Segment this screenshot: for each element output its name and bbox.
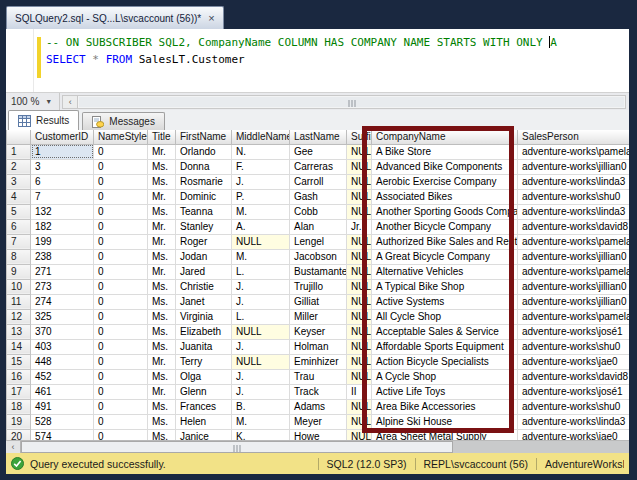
cell[interactable]: adventure-works\david8 — [518, 369, 630, 384]
cell[interactable]: Advanced Bike Components — [372, 159, 518, 174]
document-tab[interactable]: SQLQuery2.sql - SQ...L\svcaccount (56))*… — [6, 6, 224, 29]
cell[interactable]: Adams — [290, 399, 347, 414]
cell[interactable]: J. — [232, 279, 290, 294]
cell[interactable]: Area Bike Accessories — [372, 399, 518, 414]
cell[interactable]: 0 — [94, 399, 148, 414]
column-header-middlename[interactable]: MiddleName — [232, 130, 290, 144]
cell[interactable]: 452 — [31, 369, 94, 384]
cell[interactable]: 0 — [94, 279, 148, 294]
cell[interactable]: Roger — [176, 234, 232, 249]
cell[interactable]: J. — [232, 294, 290, 309]
row-number[interactable]: 3 — [7, 174, 31, 189]
cell[interactable]: NULL — [347, 294, 372, 309]
cell[interactable]: Trau — [290, 369, 347, 384]
cell[interactable]: 7 — [31, 189, 94, 204]
cell[interactable]: Gash — [290, 189, 347, 204]
cell[interactable]: Frances — [176, 399, 232, 414]
cell[interactable]: Area Sheet Metal Supply — [372, 429, 518, 440]
row-number[interactable]: 1 — [7, 144, 31, 159]
cell[interactable]: Acceptable Sales & Service — [372, 324, 518, 339]
cell[interactable]: F. — [232, 159, 290, 174]
cell[interactable]: Ms. — [148, 414, 176, 429]
cell[interactable]: NULL — [232, 354, 290, 369]
cell[interactable]: J. — [232, 339, 290, 354]
cell[interactable]: NULL — [347, 144, 372, 159]
cell[interactable]: Helen — [176, 414, 232, 429]
row-number[interactable]: 5 — [7, 204, 31, 219]
cell[interactable]: Meyer — [290, 414, 347, 429]
column-header-salesperson[interactable]: SalesPerson — [518, 130, 630, 144]
cell[interactable]: 0 — [94, 159, 148, 174]
cell[interactable]: 0 — [94, 144, 148, 159]
cell[interactable]: Ms. — [148, 249, 176, 264]
cell[interactable]: Ms. — [148, 429, 176, 440]
cell[interactable]: Cobb — [290, 204, 347, 219]
cell[interactable]: 3 — [31, 159, 94, 174]
column-header-title[interactable]: Title — [148, 130, 176, 144]
row-number[interactable]: 12 — [7, 309, 31, 324]
cell[interactable]: Ms. — [148, 159, 176, 174]
cell[interactable]: adventure-works\shu0 — [518, 339, 630, 354]
row-number[interactable]: 16 — [7, 369, 31, 384]
cell[interactable]: M. — [232, 249, 290, 264]
cell[interactable]: 1 — [31, 144, 94, 159]
cell[interactable]: adventure-works\shu0 — [518, 399, 630, 414]
cell[interactable]: 0 — [94, 384, 148, 399]
cell[interactable]: Jr. — [347, 219, 372, 234]
cell[interactable]: Howe — [290, 429, 347, 440]
cell[interactable]: Alpine Ski House — [372, 414, 518, 429]
editor-hscrollbar-track[interactable] — [77, 95, 626, 109]
cell[interactable]: Alan — [290, 219, 347, 234]
cell[interactable]: NULL — [347, 189, 372, 204]
cell[interactable]: Authorized Bike Sales and Rental — [372, 234, 518, 249]
cell[interactable]: 0 — [94, 369, 148, 384]
cell[interactable]: adventure-works\jillian0 — [518, 294, 630, 309]
cell[interactable]: NULL — [347, 279, 372, 294]
column-header-companyname[interactable]: CompanyName — [372, 130, 518, 144]
cell[interactable]: 0 — [94, 429, 148, 440]
cell[interactable]: adventure-works\jillian0 — [518, 249, 630, 264]
row-number[interactable]: 4 — [7, 189, 31, 204]
cell[interactable]: NULL — [347, 174, 372, 189]
cell[interactable]: P. — [232, 189, 290, 204]
column-header-firstname[interactable]: FirstName — [176, 130, 232, 144]
cell[interactable]: Glenn — [176, 384, 232, 399]
cell[interactable]: Ms. — [148, 339, 176, 354]
cell[interactable]: NULL — [347, 204, 372, 219]
cell[interactable]: NULL — [347, 399, 372, 414]
cell[interactable]: NULL — [347, 369, 372, 384]
cell[interactable]: NULL — [347, 324, 372, 339]
cell[interactable]: J. — [232, 369, 290, 384]
cell[interactable]: Janet — [176, 294, 232, 309]
row-number[interactable]: 15 — [7, 354, 31, 369]
cell[interactable]: Christie — [176, 279, 232, 294]
cell[interactable]: 0 — [94, 264, 148, 279]
cell[interactable]: Rosmarie — [176, 174, 232, 189]
row-number[interactable]: 13 — [7, 324, 31, 339]
cell[interactable]: Holman — [290, 339, 347, 354]
cell[interactable]: 6 — [31, 174, 94, 189]
row-number[interactable]: 7 — [7, 234, 31, 249]
cell[interactable]: Mr. — [148, 219, 176, 234]
cell[interactable]: All Cycle Shop — [372, 309, 518, 324]
cell[interactable]: 0 — [94, 294, 148, 309]
cell[interactable]: adventure-works\pamela0 — [518, 309, 630, 324]
cell[interactable]: Affordable Sports Equipment — [372, 339, 518, 354]
cell[interactable]: Stanley — [176, 219, 232, 234]
cell[interactable]: Bustamante — [290, 264, 347, 279]
column-header-suffix[interactable]: Suffix — [347, 130, 372, 144]
cell[interactable]: Ms. — [148, 204, 176, 219]
cell[interactable]: NULL — [347, 309, 372, 324]
cell[interactable]: 238 — [31, 249, 94, 264]
cell[interactable]: adventure-works\pamela0 — [518, 264, 630, 279]
cell[interactable]: adventure-works\jae0 — [518, 354, 630, 369]
cell[interactable]: A Cycle Shop — [372, 369, 518, 384]
cell[interactable]: II — [347, 384, 372, 399]
cell[interactable]: J. — [232, 174, 290, 189]
cell[interactable]: 0 — [94, 324, 148, 339]
cell[interactable]: 528 — [31, 414, 94, 429]
cell[interactable]: Trujillo — [290, 279, 347, 294]
cell[interactable]: Track — [290, 384, 347, 399]
cell[interactable]: adventure-works\linda3 — [518, 414, 630, 429]
cell[interactable]: 448 — [31, 354, 94, 369]
